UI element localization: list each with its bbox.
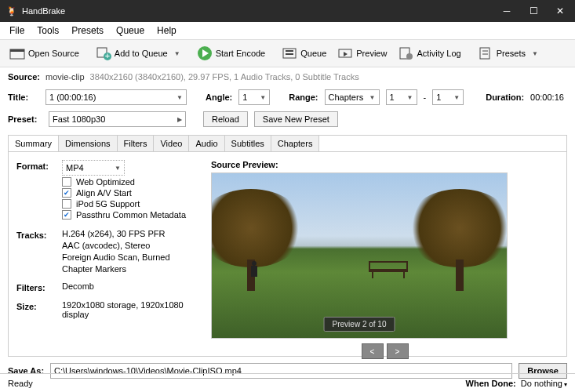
duration-value: 00:00:16 (530, 93, 564, 102)
chevron-down-icon[interactable]: ▼ (171, 50, 180, 57)
tab-filters[interactable]: Filters (118, 136, 155, 151)
track-line: Foreign Audio Scan, Burned (62, 252, 197, 262)
track-line: H.264 (x264), 30 FPS PFR (62, 229, 197, 238)
reload-button[interactable]: Reload (203, 111, 248, 127)
preview-prev-button[interactable]: < (362, 343, 384, 359)
range-separator: - (424, 93, 427, 102)
duration-label: Duration: (486, 93, 524, 102)
chevron-down-icon: ▼ (177, 94, 183, 101)
add-to-queue-button[interactable]: + Add to Queue ▼ (91, 42, 185, 64)
range-to-select[interactable]: 1▼ (432, 89, 464, 105)
web-optimized-checkbox[interactable]: Web Optimized (62, 177, 197, 187)
size-value: 1920x1080 storage, 1920x1080 display (62, 300, 197, 319)
minimize-button[interactable]: ─ (501, 5, 512, 16)
chevron-right-icon: ▶ (177, 116, 182, 123)
angle-label: Angle: (206, 93, 232, 102)
tabs: Summary Dimensions Filters Video Audio S… (8, 135, 567, 151)
maximize-button[interactable]: ☐ (528, 5, 539, 16)
activity-log-label: Activity Log (417, 49, 460, 58)
track-line: Chapter Markers (62, 264, 197, 274)
preview-button[interactable]: Preview (333, 42, 391, 64)
start-encode-label: Start Encode (216, 49, 266, 58)
chevron-down-icon: ▾ (564, 381, 567, 388)
chevron-down-icon: ▼ (369, 94, 376, 101)
activity-log-button[interactable]: Activity Log (393, 42, 465, 64)
title-label: Title: (8, 93, 39, 102)
status-text: Ready (8, 379, 466, 388)
menubar: File Tools Presets Queue Help (0, 22, 575, 39)
source-meta: 3840x2160 (3840x2160), 29.97 FPS, 1 Audi… (90, 72, 359, 82)
range-type-select[interactable]: Chapters▼ (325, 89, 380, 105)
checkbox-icon (62, 177, 71, 187)
queue-icon (282, 45, 297, 61)
source-label: Source: (8, 72, 40, 82)
play-icon (197, 45, 213, 61)
angle-select[interactable]: 1▼ (238, 89, 270, 105)
preview-icon (337, 45, 353, 61)
preview-label: Source Preview: (211, 160, 559, 169)
tab-subtitles[interactable]: Subtitles (225, 136, 271, 151)
tab-video[interactable]: Video (154, 136, 189, 151)
svg-text:+: + (105, 51, 110, 60)
menu-presets[interactable]: Presets (65, 23, 110, 38)
filters-value: Decomb (62, 281, 197, 292)
chevron-down-icon: ▼ (407, 94, 413, 101)
presets-button[interactable]: Presets ▼ (473, 42, 543, 64)
tab-summary[interactable]: Summary (9, 136, 59, 151)
add-queue-label: Add to Queue (115, 49, 168, 58)
summary-panel: Format: MP4▼ Web Optimized ✔Align A/V St… (8, 151, 567, 357)
filters-label: Filters: (16, 281, 62, 292)
open-source-icon (9, 45, 25, 61)
titlebar: 🍹 HandBrake ─ ☐ ✕ (0, 0, 575, 22)
start-encode-button[interactable]: Start Encode (192, 42, 271, 64)
when-done-select[interactable]: Do nothing▾ (521, 379, 567, 388)
preview-overlay: Preview 2 of 10 (324, 317, 395, 332)
svg-rect-14 (480, 48, 489, 59)
ipod-checkbox[interactable]: iPod 5G Support (62, 199, 197, 209)
title-select[interactable]: 1 (00:00:16)▼ (45, 89, 187, 105)
close-button[interactable]: ✕ (555, 5, 566, 16)
tab-chapters[interactable]: Chapters (271, 136, 320, 151)
format-select[interactable]: MP4▼ (62, 160, 125, 176)
tab-audio[interactable]: Audio (189, 136, 224, 151)
size-label: Size: (16, 300, 62, 319)
chevron-down-icon: ▼ (260, 94, 266, 101)
menu-queue[interactable]: Queue (110, 23, 151, 38)
add-queue-icon: + (96, 45, 111, 61)
preset-label: Preset: (8, 114, 42, 124)
window-title: HandBrake (22, 6, 65, 16)
activity-log-icon (398, 45, 413, 61)
range-from-select[interactable]: 1▼ (386, 89, 417, 105)
checkbox-icon: ✔ (62, 188, 71, 198)
source-name: movie-clip (45, 72, 85, 82)
person-silhouette (249, 261, 259, 281)
preset-row: Preset: Fast 1080p30▶ Reload Save New Pr… (0, 108, 575, 130)
preview-label: Preview (356, 49, 387, 58)
menu-help[interactable]: Help (151, 23, 183, 38)
chevron-down-icon: ▼ (115, 165, 121, 172)
statusbar: Ready When Done: Do nothing▾ (0, 373, 575, 392)
track-line: AAC (avcodec), Stereo (62, 241, 197, 250)
svg-point-13 (406, 53, 413, 60)
passthru-checkbox[interactable]: ✔Passthru Common Metadata (62, 210, 197, 220)
chevron-down-icon: ▼ (453, 94, 460, 101)
range-label: Range: (289, 93, 318, 102)
when-done-label: When Done: (466, 379, 516, 388)
queue-button[interactable]: Queue (277, 42, 331, 64)
menu-file[interactable]: File (3, 23, 31, 38)
chevron-down-icon[interactable]: ▼ (529, 50, 538, 57)
menu-tools[interactable]: Tools (31, 23, 65, 38)
svg-marker-11 (344, 52, 348, 56)
presets-label: Presets (497, 49, 526, 58)
open-source-button[interactable]: Open Source (5, 42, 84, 64)
queue-label: Queue (300, 49, 326, 58)
align-av-checkbox[interactable]: ✔Align A/V Start (62, 188, 197, 198)
preset-select[interactable]: Fast 1080p30▶ (49, 111, 186, 127)
svg-rect-9 (286, 53, 293, 55)
park-bench (369, 261, 408, 278)
source-preview: Preview 2 of 10 (211, 172, 508, 339)
preview-next-button[interactable]: > (387, 343, 409, 359)
save-new-preset-button[interactable]: Save New Preset (254, 111, 338, 127)
toolbar: Open Source + Add to Queue ▼ Start Encod… (0, 39, 575, 67)
tab-dimensions[interactable]: Dimensions (59, 136, 117, 151)
